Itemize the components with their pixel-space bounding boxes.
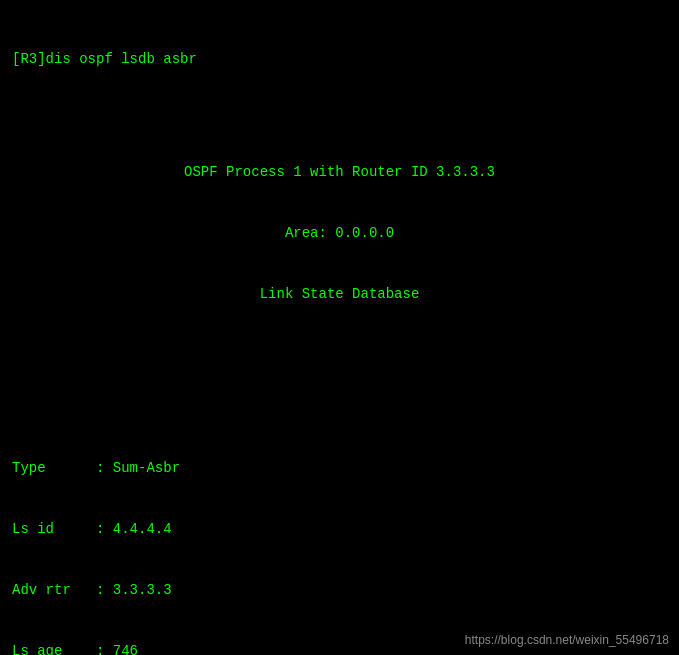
entry-1: Type : Sum-Asbr Ls id : 4.4.4.4 Adv rtr …	[12, 418, 667, 655]
link-state-db-header: Link State Database	[12, 284, 667, 304]
entry1-adv-rtr: Adv rtr : 3.3.3.3	[12, 580, 667, 600]
entry1-type-label: Type	[12, 460, 96, 476]
watermark: https://blog.csdn.net/weixin_55496718	[465, 633, 669, 647]
entry1-adv-rtr-label: Adv rtr	[12, 582, 96, 598]
ospf-process-header: OSPF Process 1 with Router ID 3.3.3.3	[12, 162, 667, 182]
entry1-ls-id: Ls id : 4.4.4.4	[12, 519, 667, 539]
terminal-window: [R3]dis ospf lsdb asbr OSPF Process 1 wi…	[12, 8, 667, 655]
command-line: [R3]dis ospf lsdb asbr	[12, 49, 667, 69]
entry1-ls-age-label: Ls age	[12, 643, 96, 655]
entry1-type: Type : Sum-Asbr	[12, 458, 667, 478]
entry1-ls-id-label: Ls id	[12, 521, 96, 537]
area1-header: Area: 0.0.0.0	[12, 223, 667, 243]
